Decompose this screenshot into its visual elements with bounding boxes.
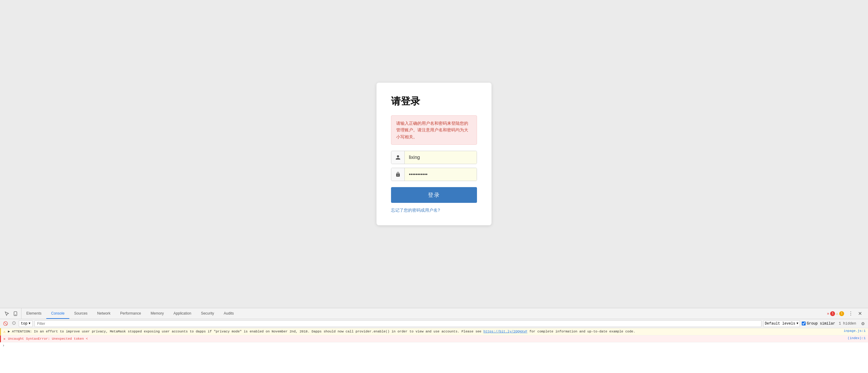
tab-audits[interactable]: Audits [219, 308, 239, 319]
user-icon [391, 151, 405, 164]
error-badge-area: ✕ 1 ⚠ 1 [825, 311, 846, 316]
device-toolbar-button[interactable] [12, 310, 19, 317]
lock-icon [391, 168, 405, 181]
login-title: 请登录 [391, 95, 477, 108]
group-similar-checkbox[interactable] [802, 321, 806, 325]
console-repl-input[interactable] [7, 343, 866, 348]
password-input-group [391, 168, 477, 181]
tab-sources[interactable]: Sources [69, 308, 92, 319]
close-devtools-button[interactable]: ✕ [856, 311, 864, 316]
error-text: Uncaught SyntaxError: Unexpected token < [8, 336, 843, 342]
devtools-tabs-bar: Elements Console Sources Network Perform… [0, 308, 868, 319]
login-card: 请登录 请输入正确的用户名和密码来登陆您的管理账户。请注意用户名和密码均为大小写… [376, 83, 492, 225]
tab-network[interactable]: Network [92, 308, 115, 319]
error-count-badge: 1 [830, 311, 835, 316]
more-options-button[interactable]: ⋮ [847, 311, 855, 316]
console-settings-button[interactable]: ⚙ [860, 321, 866, 327]
console-warning-row: ⚠ ▶ ATTENTION: In an effort to improve u… [0, 328, 868, 336]
main-content: 请登录 请输入正确的用户名和密码来登陆您的管理账户。请注意用户名和密码均为大小写… [0, 0, 868, 308]
warning-source-link[interactable]: inpage.js:1 [843, 329, 866, 333]
console-input-row: › [0, 342, 868, 349]
metamask-link[interactable]: https://bit.ly/2QQHXvF [483, 330, 527, 333]
tab-performance[interactable]: Performance [115, 308, 146, 319]
tab-memory[interactable]: Memory [146, 308, 168, 319]
username-input-group [391, 151, 477, 164]
warning-source: inpage.js:1 [843, 329, 866, 333]
login-button[interactable]: 登录 [391, 187, 477, 203]
tab-security[interactable]: Security [196, 308, 219, 319]
tab-application[interactable]: Application [168, 308, 196, 319]
warning-icon: ⚠ [3, 330, 5, 334]
error-message: 请输入正确的用户名和密码来登陆您的管理账户。请注意用户名和密码均为大小写相关。 [391, 115, 477, 145]
context-label: top [21, 321, 28, 326]
console-filter-input[interactable] [34, 320, 762, 327]
filter-toggle-button[interactable] [11, 321, 17, 327]
inspect-element-button[interactable] [4, 310, 10, 317]
warning-text: ▶ ATTENTION: In an effort to improve use… [8, 329, 839, 334]
clear-console-button[interactable]: 🚫 [2, 321, 9, 327]
prompt-icon: › [2, 344, 4, 348]
forgot-password-link[interactable]: 忘记了您的密码或用户名? [391, 208, 477, 213]
devtools-panel: Elements Console Sources Network Perform… [0, 308, 868, 373]
devtools-icon-bar [1, 308, 22, 319]
group-similar-option: Group similar [802, 321, 835, 326]
console-output: ⚠ ▶ ATTENTION: In an effort to improve u… [0, 328, 868, 373]
console-toolbar: 🚫 top ▼ Default levels ▼ Group similar 1… [0, 319, 868, 328]
username-field[interactable] [405, 151, 477, 164]
context-caret: ▼ [29, 322, 31, 325]
tab-elements[interactable]: Elements [22, 308, 46, 319]
warning-count-badge: 1 [839, 311, 844, 316]
error-source-link[interactable]: (index):1 [848, 336, 866, 340]
console-error-row: ✕ Uncaught SyntaxError: Unexpected token… [0, 336, 868, 343]
password-field[interactable] [405, 168, 477, 181]
context-selector[interactable]: top ▼ [19, 320, 33, 327]
levels-caret: ▼ [797, 322, 798, 325]
error-source: (index):1 [848, 336, 866, 340]
tab-console[interactable]: Console [46, 308, 69, 319]
error-icon: ✕ [3, 337, 5, 341]
hidden-messages-count: 1 hidden [837, 321, 858, 326]
log-levels-selector[interactable]: Default levels ▼ [763, 320, 800, 327]
